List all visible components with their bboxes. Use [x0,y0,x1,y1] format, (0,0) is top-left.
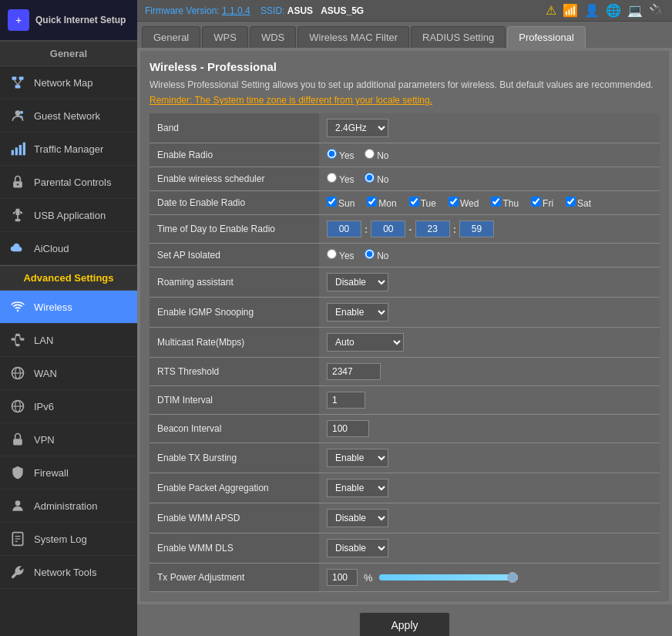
sidebar-item-aicloud[interactable]: AiCloud [0,232,137,265]
field-control-band: 2.4GHz 5GHz [319,113,660,143]
tab-general[interactable]: General [142,26,200,48]
general-section-label: General [0,41,137,66]
time-start-min[interactable] [371,220,405,237]
day-sun[interactable] [327,197,337,207]
advanced-settings-label: Advanced Settings [0,265,137,291]
signal-icon: ⚠ [546,3,556,18]
svg-rect-7 [12,150,14,156]
quick-setup-header[interactable]: + Quick Internet Setup [0,0,137,41]
reminder-text[interactable]: Reminder: The System time zone is differ… [150,95,660,106]
apply-button[interactable]: Apply [359,612,449,636]
wan-icon [9,365,26,382]
ap-isolated-yes[interactable] [327,249,337,259]
enable-radio-no[interactable] [365,149,375,159]
tab-professional[interactable]: Professional [507,26,586,48]
svg-point-16 [13,212,15,214]
sidebar-item-administration[interactable]: Administration [0,490,137,523]
topbar-icons: ⚠ 📶 👤 🌐 💻 🔌 [546,3,664,18]
sidebar-item-ipv6[interactable]: IPv6 [0,390,137,423]
system-log-label: System Log [34,533,87,545]
day-thu[interactable] [491,197,501,207]
slider-row: % [327,569,652,586]
sidebar-item-network-tools[interactable]: Network Tools [0,556,137,589]
day-wed-label: Wed [460,198,479,209]
table-row: Enable IGMP Snooping Enable Disable [150,298,660,328]
roaming-select[interactable]: Disable Enable [327,273,388,291]
tab-bar: General WPS WDS Wireless MAC Filter RADI… [137,22,672,48]
day-fri[interactable] [531,197,541,207]
day-tue[interactable] [409,197,419,207]
scheduler-no[interactable] [365,173,375,183]
time-end-min[interactable] [459,220,494,237]
sidebar-item-usb-application[interactable]: USB Application [0,199,137,232]
wifi-icon: 📶 [563,3,578,18]
ap-isolated-no[interactable] [365,249,375,259]
svg-rect-14 [15,219,21,221]
day-wed[interactable] [449,197,459,207]
tab-wps[interactable]: WPS [202,26,248,48]
enable-radio-yes[interactable] [327,149,337,159]
field-label-tx-burst: Enable TX Bursting [150,443,319,473]
sidebar-item-parental-controls[interactable]: Parental Controls [0,166,137,199]
sidebar-item-wireless[interactable]: Wireless [0,291,137,324]
slider-thumb[interactable] [507,572,518,583]
field-control-rts [319,358,660,386]
wmm-dls-select[interactable]: Disable Enable [327,539,388,557]
slider-track[interactable] [379,574,518,580]
vpn-label: VPN [34,434,55,446]
svg-rect-18 [20,212,22,214]
wireless-label: Wireless [34,301,72,313]
day-sat[interactable] [566,197,576,207]
tab-wds[interactable]: WDS [250,26,296,48]
field-control-tx-burst: Enable Disable [319,443,660,473]
sidebar-item-traffic-manager[interactable]: Traffic Manager [0,133,137,166]
sidebar-item-system-log[interactable]: System Log [0,523,137,556]
tab-wireless-mac-filter[interactable]: Wireless MAC Filter [297,26,409,48]
beacon-input[interactable] [327,420,369,437]
table-row: Roaming assistant Disable Enable [150,268,660,298]
table-row: Enable wireless scheduler Yes No [150,167,660,191]
scheduler-yes[interactable] [327,173,337,183]
rts-input[interactable] [327,363,381,380]
firewall-label: Firewall [34,467,69,479]
svg-rect-8 [15,147,18,155]
page-title: Wireless - Professional [150,60,660,73]
sidebar-item-network-map[interactable]: Network Map [0,66,137,99]
packet-agg-select[interactable]: Enable Disable [327,479,388,497]
time-start-hour[interactable] [327,220,361,237]
field-label-wmm-apsd: Enable WMM APSD [150,503,319,533]
network-map-icon [9,74,26,91]
field-label-wireless-scheduler: Enable wireless scheduler [150,167,319,191]
svg-rect-10 [23,143,25,156]
field-control-ap-isolated: Yes No [319,244,660,268]
tx-power-value[interactable] [327,569,358,586]
topbar: Firmware Version: 1.1.0.4 SSID: ASUS ASU… [137,0,672,22]
sidebar-item-vpn[interactable]: VPN [0,423,137,456]
day-mon[interactable] [367,197,377,207]
tab-radius-setting[interactable]: RADIUS Setting [411,26,506,48]
table-row: Enable WMM DLS Disable Enable [150,533,660,564]
lan-icon [9,331,26,348]
svg-rect-13 [16,209,20,215]
sidebar-item-guest-network[interactable]: Guest Network [0,99,137,133]
time-end-hour[interactable] [415,220,450,237]
table-row: Date to Enable Radio Sun Mon Tue Wed Thu… [150,191,660,215]
day-fri-label: Fri [543,198,553,209]
tx-burst-select[interactable]: Enable Disable [327,449,388,467]
dtim-input[interactable] [327,392,365,409]
wmm-apsd-select[interactable]: Disable Enable [327,509,388,527]
multicast-select[interactable]: Auto 125.5 [327,333,404,352]
svg-line-26 [20,335,21,339]
igmp-select[interactable]: Enable Disable [327,303,388,321]
svg-rect-0 [12,77,17,80]
band-select[interactable]: 2.4GHz 5GHz [327,119,388,137]
sidebar-item-firewall[interactable]: Firewall [0,456,137,490]
sidebar-item-lan[interactable]: LAN [0,324,137,357]
field-label-packet-agg: Enable Packet Aggregation [150,473,319,503]
device-icon: 💻 [627,3,643,18]
ipv6-label: IPv6 [34,401,54,412]
sidebar-item-wan[interactable]: WAN [0,357,137,390]
enable-radio-yes-label: Yes [339,150,354,161]
firewall-icon [9,464,26,481]
day-sun-label: Sun [338,198,354,209]
